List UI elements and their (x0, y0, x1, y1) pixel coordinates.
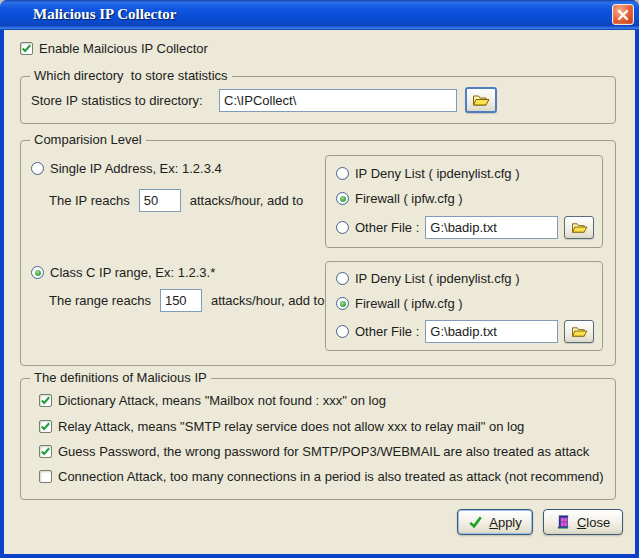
apply-check-icon (468, 515, 483, 529)
class-c-threshold-row: The range reachs attacks/hour, add to (49, 289, 324, 312)
single-deny-list-radio[interactable] (336, 167, 349, 180)
enable-collector-label: Enable Mailcious IP Collector (39, 41, 208, 56)
single-threshold-input[interactable] (139, 189, 181, 212)
directory-label: Store IP statistics to directory: (31, 93, 203, 108)
definitions-group-title: The definitions of Malicious IP (30, 371, 211, 385)
single-deny-list-label: IP Deny List ( ipdenylist.cfg ) (355, 166, 520, 181)
single-other-file-label: Other File : (355, 220, 419, 235)
classc-threshold-suffix: attacks/hour, add to (211, 293, 324, 308)
single-ip-radio[interactable] (31, 162, 44, 175)
close-button-label: Close (577, 515, 610, 530)
classc-deny-list-radio[interactable] (336, 272, 349, 285)
classc-deny-list-row[interactable]: IP Deny List ( ipdenylist.cfg ) (336, 271, 520, 286)
single-other-file-radio[interactable] (336, 221, 349, 234)
single-firewall-radio[interactable] (336, 192, 349, 205)
single-ip-label: Single IP Address, Ex: 1.2.3.4 (50, 161, 222, 176)
dialog-body: Enable Mailcious IP Collector Which dire… (4, 30, 635, 554)
directory-group-title: Which directory to store statistics (30, 69, 232, 83)
single-firewall-row[interactable]: Firewall ( ipfw.cfg ) (336, 191, 463, 206)
dictionary-attack-checkbox[interactable] (39, 394, 52, 407)
enable-collector-checkbox[interactable] (20, 42, 33, 55)
window-title: Malicious IP Collector (33, 6, 176, 23)
open-folder-icon (571, 221, 588, 234)
single-firewall-label: Firewall ( ipfw.cfg ) (355, 191, 463, 206)
class-c-radio[interactable] (31, 266, 44, 279)
classc-other-file-browse-button[interactable] (564, 320, 594, 343)
classc-firewall-row[interactable]: Firewall ( ipfw.cfg ) (336, 296, 463, 311)
close-button[interactable]: Close (543, 509, 623, 535)
definition-row-guess-password[interactable]: Guess Password, the wrong password for S… (39, 444, 589, 459)
class-c-targets-group: IP Deny List ( ipdenylist.cfg ) Firewall… (325, 261, 603, 351)
check-icon (40, 421, 51, 432)
relay-attack-checkbox[interactable] (39, 420, 52, 433)
single-threshold-suffix: attacks/hour, add to (190, 193, 303, 208)
definition-row-connection-attack[interactable]: Connection Attack, too many connections … (39, 469, 604, 484)
dictionary-attack-label: Dictionary Attack, means "Mailbox not fo… (58, 393, 386, 408)
comparison-level-group-title: Comparision Level (30, 133, 146, 147)
single-other-file-input[interactable] (425, 216, 558, 239)
single-ip-radio-row[interactable]: Single IP Address, Ex: 1.2.3.4 (31, 161, 222, 176)
apply-button[interactable]: Apply (457, 509, 533, 535)
close-icon (617, 9, 629, 21)
connection-attack-label: Connection Attack, too many connections … (58, 469, 604, 484)
apply-button-label: Apply (489, 515, 522, 530)
definition-row-dictionary-attack[interactable]: Dictionary Attack, means "Mailbox not fo… (39, 393, 386, 408)
single-ip-threshold-row: The IP reachs attacks/hour, add to (49, 189, 303, 212)
single-other-file-browse-button[interactable] (564, 216, 594, 239)
enable-collector-row[interactable]: Enable Mailcious IP Collector (20, 41, 208, 56)
classc-other-file-radio[interactable] (336, 325, 349, 338)
single-ip-targets-group: IP Deny List ( ipdenylist.cfg ) Firewall… (325, 155, 603, 248)
radio-dot (35, 270, 41, 276)
class-c-label: Class C IP range, Ex: 1.2.3.* (50, 265, 215, 280)
classc-threshold-prefix: The range reachs (49, 293, 151, 308)
directory-input[interactable] (219, 89, 457, 112)
connection-attack-checkbox[interactable] (39, 470, 52, 483)
single-other-file-row[interactable]: Other File : (336, 216, 594, 239)
definition-row-relay-attack[interactable]: Relay Attack, means "SMTP relay service … (39, 419, 524, 434)
comparison-level-group: Comparision Level Single IP Address, Ex:… (20, 140, 616, 366)
titlebar: Malicious IP Collector (0, 0, 639, 30)
radio-dot (340, 301, 346, 307)
classc-firewall-radio[interactable] (336, 297, 349, 310)
directory-browse-button[interactable] (465, 87, 497, 113)
radio-dot (340, 196, 346, 202)
exit-door-icon (556, 514, 571, 530)
guess-password-checkbox[interactable] (39, 445, 52, 458)
titlebar-close-button[interactable] (612, 4, 634, 25)
class-c-radio-row[interactable]: Class C IP range, Ex: 1.2.3.* (31, 265, 215, 280)
relay-attack-label: Relay Attack, means "SMTP relay service … (58, 419, 524, 434)
classc-threshold-input[interactable] (160, 289, 202, 312)
check-icon (40, 395, 51, 406)
single-deny-list-row[interactable]: IP Deny List ( ipdenylist.cfg ) (336, 166, 520, 181)
guess-password-label: Guess Password, the wrong password for S… (58, 444, 589, 459)
directory-group: Which directory to store statistics Stor… (20, 76, 616, 124)
classc-firewall-label: Firewall ( ipfw.cfg ) (355, 296, 463, 311)
dialog-window: Malicious IP Collector Enable Mailcious … (0, 0, 639, 558)
classc-other-file-input[interactable] (425, 320, 558, 343)
check-icon (40, 446, 51, 457)
single-threshold-prefix: The IP reachs (49, 193, 130, 208)
classc-deny-list-label: IP Deny List ( ipdenylist.cfg ) (355, 271, 520, 286)
open-folder-icon (571, 325, 588, 338)
classc-other-file-label: Other File : (355, 324, 419, 339)
check-icon (21, 43, 32, 54)
classc-other-file-row[interactable]: Other File : (336, 320, 594, 343)
definitions-group: The definitions of Malicious IP Dictiona… (20, 378, 616, 500)
open-folder-icon (472, 93, 490, 107)
